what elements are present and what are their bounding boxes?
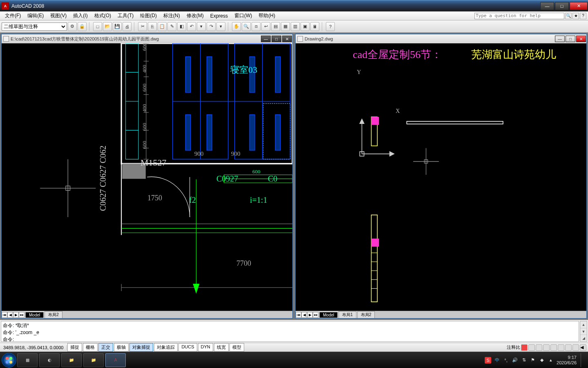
tray-ime-icon[interactable]: S — [485, 357, 491, 364]
status-icon-8[interactable] — [572, 344, 579, 351]
redo-dropdown[interactable]: ▾ — [216, 22, 225, 31]
menu-file[interactable]: 文件(F) — [2, 11, 24, 20]
status-toggle-线宽[interactable]: 线宽 — [214, 343, 229, 352]
status-toggle-模型[interactable]: 模型 — [229, 343, 244, 352]
menu-edit[interactable]: 编辑(E) — [24, 11, 47, 20]
infocenter-search-icon[interactable]: 🔍 — [565, 13, 572, 19]
right-tab-model[interactable]: Model — [319, 312, 338, 318]
minimize-button[interactable]: — — [540, 2, 554, 10]
status-toggle-极轴[interactable]: 极轴 — [114, 343, 129, 352]
status-toggle-栅格[interactable]: 栅格 — [83, 343, 98, 352]
status-icon-7[interactable] — [565, 344, 572, 351]
status-icon-6[interactable] — [558, 344, 564, 351]
paste-button[interactable]: 📋 — [158, 22, 167, 31]
infocenter-help-icon[interactable]: ? — [580, 13, 586, 19]
zoom-button[interactable]: 🔍 — [242, 22, 251, 31]
cmd-prompt[interactable]: 命令: — [3, 336, 577, 342]
print-button[interactable]: 🖨 — [122, 22, 131, 31]
menu-view[interactable]: 视图(V) — [47, 11, 70, 20]
infocenter-star-icon[interactable]: ★ — [572, 13, 579, 19]
menu-tools[interactable]: 工具(T) — [114, 11, 137, 20]
child-right-max-button[interactable]: □ — [566, 36, 575, 42]
left-tab-nav[interactable]: ⏮◀▶⏭ — [2, 312, 24, 318]
designcenter-button[interactable]: ▦ — [281, 22, 290, 31]
help-button[interactable]: ? — [326, 22, 335, 31]
cut-button[interactable]: ✂ — [138, 22, 147, 31]
matchprop-button[interactable]: ✎ — [167, 22, 176, 31]
status-icon-5[interactable] — [550, 344, 557, 351]
tray-extra-icon[interactable]: ◆ — [539, 357, 545, 364]
status-toggle-对象追踪[interactable]: 对象追踪 — [154, 343, 178, 352]
child-left-min-button[interactable]: — — [261, 36, 271, 42]
status-tray-expand-icon[interactable]: ◀ — [580, 344, 586, 351]
child-left-max-button[interactable]: □ — [272, 36, 281, 42]
child-right-min-button[interactable]: — — [555, 36, 565, 42]
status-icon-4[interactable] — [543, 344, 550, 351]
right-tab-nav[interactable]: ⏮◀▶⏭ — [296, 312, 318, 318]
menu-window[interactable]: 窗口(W) — [231, 11, 255, 20]
workspace-lock-button[interactable]: 🔒 — [78, 22, 87, 31]
properties-button[interactable]: ▤ — [271, 22, 280, 31]
left-tab-layout2[interactable]: 布局2 — [45, 311, 62, 318]
tray-ime-lang[interactable]: 中 — [494, 357, 500, 364]
child-right-titlebar[interactable]: Drawing2.dwg — □ ✕ — [296, 34, 586, 43]
zoom-previous-button[interactable]: ↩ — [261, 22, 270, 31]
status-toggle-对象捕捉[interactable]: 对象捕捉 — [129, 343, 153, 352]
status-toggle-DUCS[interactable]: DUCS — [178, 343, 197, 352]
menu-express[interactable]: Express — [207, 12, 231, 20]
left-drawing-canvas[interactable]: 寝室03 M1527 C0927 C0 i=1:1 C0627 C0627 C0… — [2, 43, 292, 311]
command-scrollbar[interactable]: ▲▼◢ — [580, 321, 587, 342]
tray-network-icon[interactable]: ⇅ — [521, 357, 527, 364]
taskbar-autocad[interactable]: A — [105, 353, 126, 367]
tray-sound-icon[interactable]: 🔊 — [512, 357, 518, 364]
menu-format[interactable]: 格式(O) — [91, 11, 114, 20]
child-right-close-button[interactable]: ✕ — [576, 36, 586, 42]
menu-insert[interactable]: 插入(I) — [70, 11, 91, 20]
toolpalettes-button[interactable]: ▥ — [291, 22, 300, 31]
menu-draw[interactable]: 绘图(D) — [137, 11, 160, 20]
help-search-input[interactable] — [474, 13, 564, 19]
workspace-dropdown[interactable]: 二维草图与注释 — [2, 22, 67, 31]
right-tab-layout1[interactable]: 布局1 — [339, 311, 356, 318]
tray-punct-icon[interactable]: °, — [503, 357, 509, 364]
child-left-titlebar[interactable]: E:\cad\20171213cad方映雪整体定制\20200519富山诗苑幼儿… — [2, 34, 292, 43]
maximize-button[interactable]: □ — [555, 2, 569, 10]
taskbar-app-2[interactable]: 📁 — [83, 353, 104, 367]
child-left-close-button[interactable]: ✕ — [282, 36, 292, 42]
command-history[interactable]: 命令: *取消* 命令: '_.zoom _e 命令: — [1, 321, 579, 342]
taskbar-pinned-2[interactable]: ◐ — [39, 353, 60, 367]
status-icon-3[interactable] — [536, 344, 542, 351]
redo-button[interactable]: ↷ — [207, 22, 216, 31]
status-toggle-捕捉[interactable]: 捕捉 — [67, 343, 82, 352]
eraser-button[interactable]: ◧ — [177, 22, 186, 31]
status-icon-1[interactable] — [521, 344, 528, 351]
workspace-settings-button[interactable]: ⚙ — [68, 22, 77, 31]
save-button[interactable]: 💾 — [113, 22, 122, 31]
copy-button[interactable]: ⎘ — [148, 22, 157, 31]
calc-button[interactable]: 🖩 — [310, 22, 319, 31]
new-button[interactable]: □ — [93, 22, 102, 31]
right-drawing-canvas[interactable]: X Y cad全屋定制56节： 芜湖富山诗苑幼儿 — [296, 43, 586, 311]
undo-button[interactable]: ↶ — [187, 22, 196, 31]
tray-expand-icon[interactable]: ▴ — [548, 357, 554, 364]
menu-dimension[interactable]: 标注(N) — [160, 11, 183, 20]
sheetset-button[interactable]: ▣ — [301, 22, 310, 31]
status-icon-2[interactable] — [528, 344, 535, 351]
zoom-window-button[interactable]: ⧈ — [252, 22, 261, 31]
close-button[interactable]: ✕ — [570, 2, 588, 10]
show-desktop-button[interactable] — [581, 353, 584, 367]
taskbar-pinned-1[interactable]: ▦ — [17, 353, 38, 367]
taskbar-clock[interactable]: 9:17 2020/6/26 — [557, 355, 577, 366]
start-button[interactable] — [2, 353, 16, 368]
status-toggle-正交[interactable]: 正交 — [98, 343, 113, 352]
right-tab-layout2[interactable]: 布局2 — [357, 311, 375, 318]
taskbar-explorer[interactable]: 📁 — [61, 353, 82, 367]
left-tab-model[interactable]: Model — [25, 312, 44, 318]
menu-help[interactable]: 帮助(H) — [255, 11, 278, 20]
pan-button[interactable]: ✋ — [232, 22, 241, 31]
status-toggle-DYN[interactable]: DYN — [198, 343, 213, 352]
tray-flag-icon[interactable]: ⚑ — [530, 357, 536, 364]
open-button[interactable]: 📂 — [103, 22, 112, 31]
menu-modify[interactable]: 修改(M) — [183, 11, 207, 20]
undo-dropdown[interactable]: ▾ — [197, 22, 206, 31]
